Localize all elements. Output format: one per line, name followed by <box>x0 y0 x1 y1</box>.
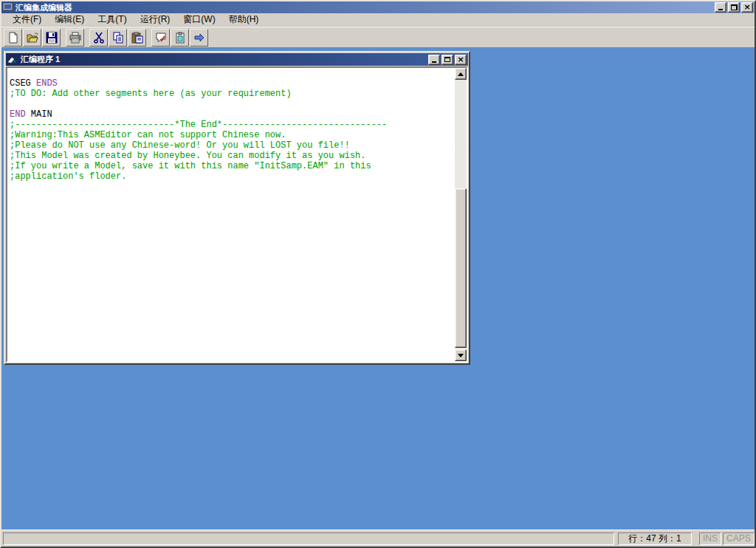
menu-item-4[interactable]: 窗口(W) <box>176 12 221 27</box>
ins-indicator: INS <box>699 532 721 545</box>
app-window: 汇编集成编辑器 × 文件(F)编辑(E)工具(T)运行(R)窗口(W)帮助(H) <box>0 0 756 548</box>
copy-button[interactable] <box>109 29 127 47</box>
code-line: ;If you write a Model, save it with this… <box>10 161 455 171</box>
cut-icon <box>93 32 105 44</box>
caps-indicator: CAPS <box>723 532 755 545</box>
arrow-up-icon <box>458 72 464 76</box>
print-button[interactable] <box>66 29 84 47</box>
menubar: 文件(F)编辑(E)工具(T)运行(R)窗口(W)帮助(H) <box>1 13 755 27</box>
build-icon <box>174 32 186 44</box>
document-icon <box>7 55 18 64</box>
compile-button[interactable] <box>151 29 170 47</box>
close-icon: × <box>457 56 464 64</box>
editor-body: CSEG ENDS;TO DO: Add other segments here… <box>6 66 468 363</box>
doc-close-button[interactable]: × <box>455 55 467 65</box>
paste-icon <box>131 32 143 44</box>
code-line: END MAIN <box>10 109 455 120</box>
scroll-down-button[interactable] <box>455 349 467 361</box>
code-line: ;------------------------------*The End*… <box>10 120 455 130</box>
print-icon <box>69 32 81 44</box>
restore-button[interactable] <box>728 2 740 13</box>
app-icon <box>3 3 13 12</box>
doc-maximize-button[interactable] <box>441 55 453 65</box>
save-file-button[interactable] <box>42 29 61 47</box>
paste-button[interactable] <box>128 29 146 47</box>
document-title: 汇编程序 1 <box>21 54 428 65</box>
run-icon <box>193 32 205 44</box>
scrollbar-track[interactable] <box>455 80 467 349</box>
cut-button[interactable] <box>89 29 108 47</box>
code-line: CSEG ENDS <box>10 78 455 89</box>
close-button[interactable]: × <box>741 2 753 13</box>
restore-icon <box>731 4 738 10</box>
document-window: 汇编程序 1 × CSEG ENDS;TO DO: Add other segm… <box>4 51 470 365</box>
minimize-icon <box>718 9 723 10</box>
document-controls: × <box>428 55 467 65</box>
open-file-button[interactable] <box>23 29 41 47</box>
menu-item-3[interactable]: 运行(R) <box>134 12 177 27</box>
minimize-button[interactable] <box>715 2 726 13</box>
copy-icon <box>112 32 124 44</box>
mdi-area: 汇编程序 1 × CSEG ENDS;TO DO: Add other segm… <box>1 48 755 530</box>
toolbar <box>1 27 755 48</box>
close-icon: × <box>743 4 750 11</box>
menu-item-5[interactable]: 帮助(H) <box>222 12 266 27</box>
doc-minimize-button[interactable] <box>428 55 440 65</box>
menu-item-2[interactable]: 工具(T) <box>91 12 133 27</box>
maximize-icon <box>444 57 450 62</box>
code-line: ;Please do NOT use any Chinese-word! Or … <box>10 140 455 151</box>
code-line: ;application's floder. <box>10 171 455 182</box>
code-line: ;Warning:This ASMEditor can not support … <box>10 130 455 140</box>
save-icon <box>46 32 58 44</box>
menu-item-0[interactable]: 文件(F) <box>6 12 48 27</box>
code-line <box>10 99 455 109</box>
arrow-down-icon <box>458 354 464 357</box>
scrollbar-thumb[interactable] <box>455 188 467 348</box>
code-line: ;This Model was created by Honeybee. You… <box>10 151 455 161</box>
code-line: ;TO DO: Add other segments here (as your… <box>10 89 455 99</box>
status-message-panel <box>3 532 614 545</box>
window-controls: × <box>715 2 753 13</box>
minimize-icon <box>432 61 436 63</box>
scroll-up-button[interactable] <box>455 68 467 80</box>
document-titlebar[interactable]: 汇编程序 1 × <box>6 53 468 66</box>
open-file-icon <box>27 32 38 44</box>
statusbar: 行：47 列：1 INS CAPS <box>1 530 755 547</box>
menu-item-1[interactable]: 编辑(E) <box>48 12 91 27</box>
cursor-position: 行：47 列：1 <box>618 532 692 545</box>
run-button[interactable] <box>190 29 208 47</box>
new-file-button[interactable] <box>4 29 22 47</box>
compile-icon <box>155 32 167 44</box>
code-editor[interactable]: CSEG ENDS;TO DO: Add other segments here… <box>7 68 455 361</box>
new-file-icon <box>7 32 19 44</box>
build-button[interactable] <box>171 29 189 47</box>
vertical-scrollbar[interactable] <box>455 68 467 361</box>
